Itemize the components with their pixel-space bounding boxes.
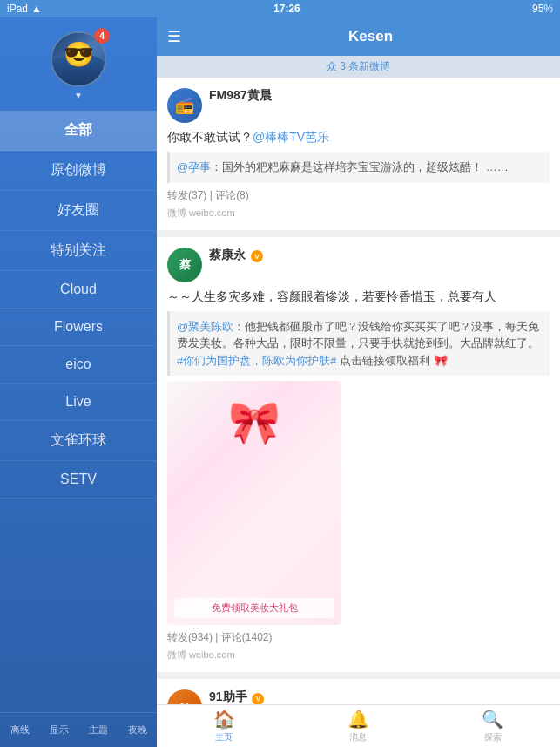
post-header-2: 蔡 蔡康永 V [167, 248, 550, 282]
search-icon: 🔍 [482, 709, 503, 730]
post-author-2: 蔡康永 V [209, 248, 550, 263]
verified-badge-3: V [252, 693, 264, 705]
sidebar-item-cloud[interactable]: Cloud [0, 271, 157, 309]
verified-badge-2: V [251, 250, 263, 262]
tab-explore[interactable]: 🔍 探索 [426, 705, 560, 747]
carrier-text: iPad [7, 3, 28, 15]
content-area: ☰ Kesen 众 3 条新微博 📻 FM987黄晨 你敢不敢试试？@棒棒TV芭… [157, 17, 560, 747]
home-icon: 🏠 [213, 709, 235, 730]
post-actions-2[interactable]: 转发(934) | 评论(1402) [167, 630, 550, 645]
sidebar-item-wenjue[interactable]: 文雀环球 [0, 421, 157, 461]
display-button[interactable]: 显示 [43, 720, 76, 740]
top-nav: ☰ Kesen [157, 17, 560, 56]
status-bar: iPad ▲ 17:26 95% [0, 0, 560, 17]
status-bar-right: 95% [532, 3, 553, 15]
post-content-2: ～～人生多灾多难，容颜眼着惨淡，若要怜香惜玉，总要有人 [167, 288, 550, 306]
bottom-tabs: 🏠 主页 🔔 消息 🔍 探索 [157, 704, 560, 747]
quoted-content-1: @孕事：国外的粑粑麻麻是这样培养宝宝游泳的，超级炫酷！ …… [167, 152, 550, 183]
night-button[interactable]: 夜晚 [121, 720, 154, 740]
quoted-content-2: @聚美陈欧：他把钱都砸股市了吧？没钱给你买买买了吧？没事，每天免费发美妆。各种大… [167, 311, 550, 377]
avatar-cai: 蔡 [167, 248, 202, 282]
post-author-1: FM987黄晨 [209, 88, 550, 104]
post-meta-1: FM987黄晨 [209, 88, 550, 104]
post-source-1: 微博 weibo.com [167, 207, 550, 220]
offline-button[interactable]: 离线 [3, 720, 37, 740]
new-weibo-bar[interactable]: 众 3 条新微博 [157, 56, 560, 78]
main-layout: 4 ▼ 全部 原创微博 好友圈 特别关注 Cloud Flowers eico … [0, 17, 560, 747]
post-author-3: 91助手 V [209, 689, 550, 704]
post-meta-2: 蔡康永 V [209, 248, 550, 263]
avatar-fm987: 📻 [167, 88, 202, 123]
post-content-1: 你敢不敢试试？@棒棒TV芭乐 [167, 128, 550, 146]
sidebar-item-friends[interactable]: 好友圈 [0, 191, 157, 231]
dropdown-arrow[interactable]: ▼ [74, 91, 83, 100]
post-image-text: 免费领取美妆大礼包 [174, 598, 334, 618]
post-card-2: 蔡 蔡康永 V ～～人生多灾多难，容颜眼着惨淡，若要怜香惜玉，总要有人 @聚美陈… [157, 237, 560, 673]
status-bar-time: 17:26 [273, 3, 300, 15]
avatar-container[interactable]: 4 [51, 31, 106, 87]
page-title: Kesen [192, 28, 550, 45]
post-card-1: 📻 FM987黄晨 你敢不敢试试？@棒棒TV芭乐 @孕事：国外的粑粑麻麻是这样培… [157, 78, 560, 230]
sidebar-item-setv[interactable]: SETV [0, 461, 157, 499]
sidebar-item-all[interactable]: 全部 [0, 111, 157, 151]
notification-badge: 4 [94, 28, 110, 44]
wifi-icon: ▲ [31, 3, 42, 15]
post-image-2: 免费领取美妆大礼包 [167, 381, 341, 625]
sidebar-nav: 全部 原创微博 好友圈 特别关注 Cloud Flowers eico Live… [0, 111, 157, 712]
sidebar-header: 4 ▼ [0, 17, 157, 111]
avatar-91: 91 [167, 689, 202, 704]
feed: 📻 FM987黄晨 你敢不敢试试？@棒棒TV芭乐 @孕事：国外的粑粑麻麻是这样培… [157, 78, 560, 704]
post-meta-3: 91助手 V [209, 689, 550, 704]
status-bar-left: iPad ▲ [7, 3, 42, 15]
sidebar-item-live[interactable]: Live [0, 384, 157, 421]
battery-text: 95% [532, 3, 553, 15]
tab-home-label: 主页 [215, 731, 233, 744]
bell-icon: 🔔 [347, 709, 369, 730]
tab-home[interactable]: 🏠 主页 [157, 705, 291, 747]
sidebar: 4 ▼ 全部 原创微博 好友圈 特别关注 Cloud Flowers eico … [0, 17, 157, 747]
theme-button[interactable]: 主题 [82, 720, 115, 740]
post-actions-1[interactable]: 转发(37) | 评论(8) [167, 188, 550, 203]
sidebar-item-original[interactable]: 原创微博 [0, 151, 157, 191]
sidebar-item-flowers[interactable]: Flowers [0, 309, 157, 346]
post-header-1: 📻 FM987黄晨 [167, 88, 550, 123]
hamburger-button[interactable]: ☰ [167, 29, 181, 44]
tab-mentions-label: 消息 [349, 731, 367, 744]
tab-mentions[interactable]: 🔔 消息 [291, 705, 425, 747]
sidebar-item-special[interactable]: 特别关注 [0, 231, 157, 271]
post-header-3: 91 91助手 V [167, 689, 550, 704]
sidebar-item-eico[interactable]: eico [0, 346, 157, 384]
post-card-3: 91 91助手 V 【👍 91助手PC版 完美支持iOS 8.4】经过我们程序员… [157, 679, 560, 704]
mention-link-1[interactable]: @棒棒TV芭乐 [253, 130, 329, 144]
sidebar-footer: 离线 显示 主题 夜晚 [0, 712, 157, 747]
tab-explore-label: 探索 [484, 731, 502, 744]
post-source-2: 微博 weibo.com [167, 649, 550, 662]
